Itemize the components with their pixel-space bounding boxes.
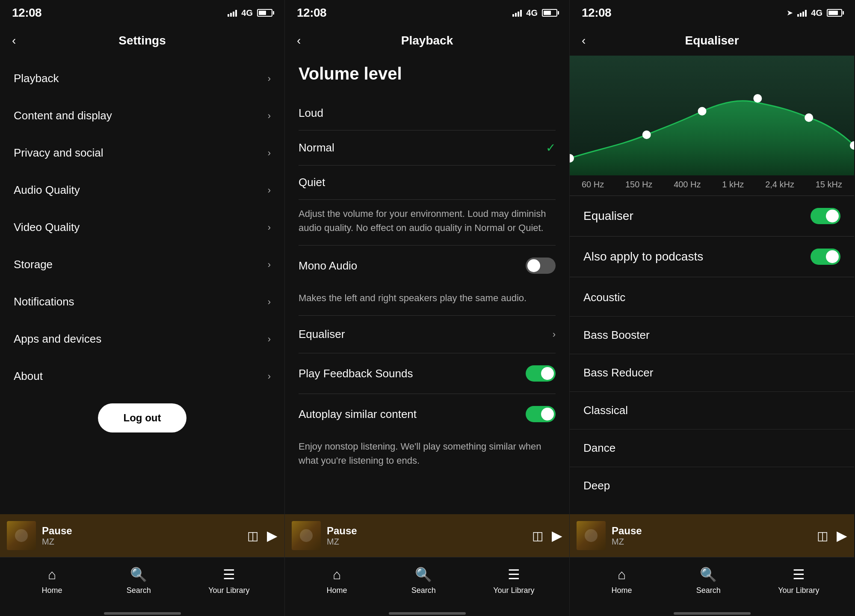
album-art-playback	[292, 521, 321, 550]
chevron-icon-notifications: ›	[268, 296, 271, 308]
now-playing-artist-eq: MZ	[612, 537, 811, 547]
nav-library-playback[interactable]: ☰ Your Library	[493, 566, 534, 595]
freq-label-5: 15 kHz	[816, 180, 842, 190]
eq-preset-deep[interactable]: Deep	[570, 467, 854, 504]
nav-library-settings[interactable]: ☰ Your Library	[208, 566, 249, 595]
back-button-playback[interactable]: ‹	[297, 34, 301, 47]
eq-main-toggle[interactable]	[811, 208, 840, 224]
connect-devices-icon-eq[interactable]: ◫	[817, 529, 828, 543]
settings-item-video-quality[interactable]: Video Quality ›	[0, 209, 284, 246]
battery-icon-eq	[827, 9, 842, 17]
eq-handle-2[interactable]	[698, 107, 707, 116]
nav-home-settings[interactable]: ⌂ Home	[35, 567, 69, 595]
status-time-playback: 12:08	[297, 6, 326, 20]
podcast-toggle-label: Also apply to podcasts	[583, 250, 703, 264]
bottom-nav-eq: ⌂ Home 🔍 Search ☰ Your Library	[570, 557, 854, 613]
nav-home-eq[interactable]: ⌂ Home	[604, 567, 639, 595]
eq-preset-bass-reducer[interactable]: Bass Reducer	[570, 354, 854, 392]
mono-audio-toggle[interactable]	[526, 258, 556, 274]
now-playing-controls-settings: ◫ ▶	[247, 527, 278, 544]
autoplay-label: Autoplay similar content	[299, 408, 417, 421]
back-button-eq[interactable]: ‹	[582, 34, 586, 47]
eq-handle-1[interactable]	[642, 130, 651, 139]
eq-preset-classical[interactable]: Classical	[570, 392, 854, 429]
volume-description: Adjust the volume for your environment. …	[299, 207, 556, 235]
selected-check-icon: ✓	[546, 141, 556, 155]
signal-bars-playback	[512, 9, 522, 17]
connect-devices-icon-playback[interactable]: ◫	[532, 529, 543, 543]
eq-preset-acoustic[interactable]: Acoustic	[570, 279, 854, 317]
settings-item-privacy[interactable]: Privacy and social ›	[0, 134, 284, 172]
nav-header-settings: ‹ Settings	[0, 26, 284, 56]
now-playing-bar-eq[interactable]: Pause MZ ◫ ▶	[570, 514, 854, 557]
mono-audio-label: Mono Audio	[299, 259, 357, 272]
settings-menu: Playback › Content and display › Privacy…	[0, 56, 284, 514]
playback-content: Volume level Loud Normal ✓ Quiet Adjust …	[285, 56, 569, 514]
playback-panel: 12:08 4G ‹ Playback Volume level Loud No…	[285, 0, 570, 616]
page-title-playback: Playback	[401, 34, 453, 47]
divider-2	[299, 315, 556, 316]
eq-freq-labels: 60 Hz 150 Hz 400 Hz 1 kHz 2,4 kHz 15 kHz	[570, 175, 854, 194]
bottom-nav-playback: ⌂ Home 🔍 Search ☰ Your Library	[285, 557, 569, 613]
play-button-playback[interactable]: ▶	[552, 527, 562, 544]
home-indicator-settings	[0, 613, 284, 616]
volume-section-title: Volume level	[299, 64, 556, 83]
freq-label-4: 2,4 kHz	[765, 180, 794, 190]
nav-search-playback[interactable]: 🔍 Search	[406, 566, 441, 595]
freq-label-1: 150 Hz	[625, 180, 652, 190]
back-button-settings[interactable]: ‹	[12, 34, 16, 47]
settings-item-about[interactable]: About ›	[0, 358, 284, 395]
settings-panel: 12:08 4G ‹ Settings Playback › Content a…	[0, 0, 285, 616]
nav-home-playback[interactable]: ⌂ Home	[320, 567, 354, 595]
eq-preset-dance[interactable]: Dance	[570, 429, 854, 467]
equaliser-nav-label: Equaliser	[299, 328, 345, 341]
eq-handle-4[interactable]	[805, 113, 813, 122]
home-icon-eq: ⌂	[618, 567, 626, 583]
settings-item-playback[interactable]: Playback ›	[0, 60, 284, 97]
play-button-eq[interactable]: ▶	[837, 527, 847, 544]
divider-1	[299, 245, 556, 246]
eq-divider-1	[570, 195, 854, 196]
search-icon-eq: 🔍	[700, 566, 717, 583]
logout-button[interactable]: Log out	[98, 403, 187, 432]
chevron-icon-equaliser: ›	[553, 329, 556, 340]
battery-icon-settings	[257, 9, 272, 17]
library-icon-eq: ☰	[793, 566, 805, 583]
play-feedback-label: Play Feedback Sounds	[299, 367, 413, 380]
now-playing-bar-settings[interactable]: Pause MZ ◫ ▶	[0, 514, 284, 557]
page-title-settings: Settings	[118, 34, 166, 47]
nav-search-settings[interactable]: 🔍 Search	[121, 566, 156, 595]
eq-handle-3[interactable]	[753, 94, 762, 103]
equaliser-nav-row[interactable]: Equaliser ›	[299, 317, 556, 351]
status-bar-playback: 12:08 4G	[285, 0, 569, 26]
now-playing-info-eq: Pause MZ	[612, 525, 811, 547]
location-icon-eq: ➤	[787, 8, 793, 18]
settings-item-apps-devices[interactable]: Apps and devices ›	[0, 320, 284, 358]
volume-option-normal[interactable]: Normal ✓	[299, 130, 556, 166]
status-time-eq: 12:08	[582, 6, 611, 20]
settings-item-content-display[interactable]: Content and display ›	[0, 97, 284, 134]
eq-content: 60 Hz 150 Hz 400 Hz 1 kHz 2,4 kHz 15 kHz…	[570, 56, 854, 514]
eq-preset-bass-booster[interactable]: Bass Booster	[570, 317, 854, 354]
now-playing-info-settings: Pause MZ	[42, 525, 241, 547]
play-feedback-toggle[interactable]	[526, 365, 556, 382]
connect-devices-icon-settings[interactable]: ◫	[247, 529, 258, 543]
autoplay-toggle[interactable]	[526, 406, 556, 422]
settings-item-audio-quality[interactable]: Audio Quality ›	[0, 172, 284, 209]
now-playing-bar-playback[interactable]: Pause MZ ◫ ▶	[285, 514, 569, 557]
eq-curve-svg	[570, 56, 854, 175]
nav-library-eq[interactable]: ☰ Your Library	[778, 566, 819, 595]
settings-item-storage[interactable]: Storage ›	[0, 246, 284, 283]
play-button-settings[interactable]: ▶	[267, 527, 278, 544]
mono-audio-row: Mono Audio	[299, 247, 556, 284]
signal-bars-eq	[797, 9, 807, 17]
podcast-toggle[interactable]	[811, 249, 840, 265]
chevron-icon-about: ›	[268, 371, 271, 382]
chevron-icon-video: ›	[268, 222, 271, 233]
eq-toggle-row: Equaliser	[570, 198, 854, 234]
library-icon-playback: ☰	[508, 566, 520, 583]
nav-search-eq[interactable]: 🔍 Search	[691, 566, 725, 595]
volume-option-loud[interactable]: Loud	[299, 96, 556, 130]
volume-option-quiet[interactable]: Quiet	[299, 166, 556, 200]
settings-item-notifications[interactable]: Notifications ›	[0, 283, 284, 320]
